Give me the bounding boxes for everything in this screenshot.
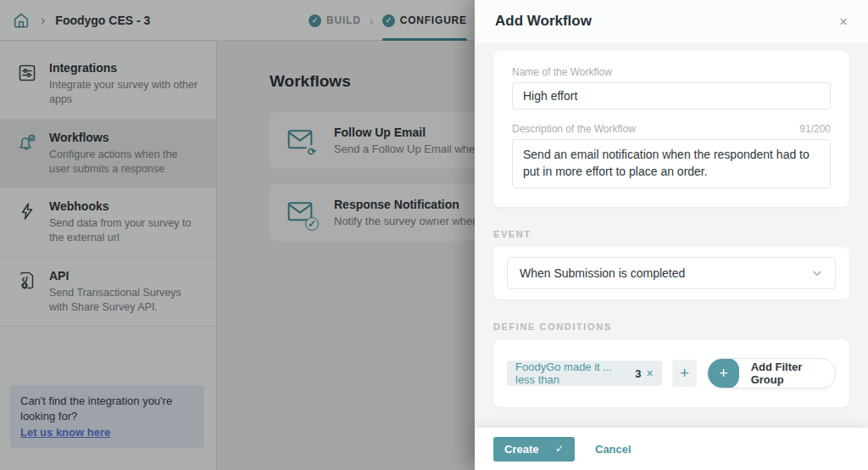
condition-chip-label: FoodyGo made it ... less than [515, 361, 630, 386]
event-select-value: When Submission is completed [520, 266, 685, 280]
plus-icon: + [708, 358, 738, 389]
app-window: › Foodygo CES - 3 ✓ BUILD › ✓ CONFIGURE … [0, 0, 868, 470]
conditions-section-label: DEFINE CONDITIONS [493, 322, 849, 332]
event-select[interactable]: When Submission is completed [507, 257, 836, 289]
event-section-label: EVENT [493, 229, 849, 239]
event-card: When Submission is completed [493, 247, 849, 299]
add-workflow-drawer: Add Workflow × Name of the Workflow Desc… [475, 0, 868, 470]
workflow-fields-card: Name of the Workflow Description of the … [493, 51, 849, 207]
condition-chip[interactable]: FoodyGo made it ... less than 3 × [507, 361, 662, 386]
name-label: Name of the Workflow [512, 66, 831, 78]
description-label: Description of the Workflow [512, 123, 636, 135]
cancel-button[interactable]: Cancel [595, 443, 632, 456]
check-icon: ✓ [555, 443, 564, 455]
chevron-down-icon [811, 267, 823, 279]
condition-chip-value: 3 [635, 367, 641, 380]
drawer-footer: Create ✓ Cancel [475, 428, 868, 470]
drawer-header: Add Workflow × [475, 0, 868, 42]
add-filter-group-button[interactable]: + Add Filter Group [707, 358, 836, 389]
drawer-body: Name of the Workflow Description of the … [475, 51, 868, 439]
char-counter: 91/200 [799, 123, 831, 135]
drawer-title: Add Workflow [495, 13, 592, 30]
create-button[interactable]: Create ✓ [493, 437, 575, 462]
workflow-description-textarea[interactable]: Send an email notification when the resp… [512, 139, 831, 188]
add-filter-group-label: Add Filter Group [739, 361, 835, 386]
workflow-name-input[interactable] [512, 82, 831, 109]
create-label: Create [504, 443, 538, 456]
add-condition-button[interactable]: + [672, 360, 698, 387]
conditions-card: FoodyGo made it ... less than 3 × + + Ad… [493, 339, 849, 407]
close-icon[interactable]: × [839, 14, 848, 29]
remove-condition-icon[interactable]: × [647, 366, 654, 380]
